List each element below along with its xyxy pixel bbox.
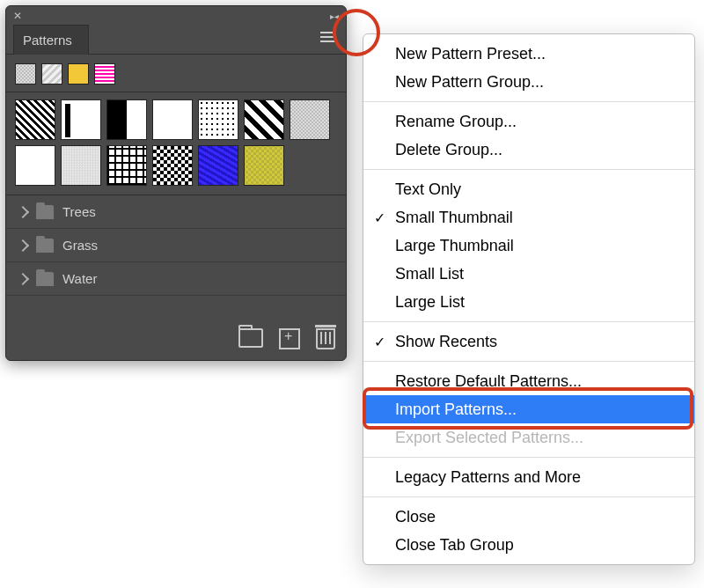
menu-separator (363, 457, 694, 458)
menu-item-label: Rename Group... (395, 113, 517, 130)
folder-label: Grass (62, 238, 98, 253)
check-icon: ✓ (374, 207, 385, 230)
folder-label: Water (62, 271, 97, 286)
menu-item[interactable]: Close Tab Group (363, 531, 694, 559)
pattern-swatch[interactable] (15, 145, 55, 186)
pattern-swatch[interactable] (198, 145, 238, 186)
menu-item: Export Selected Patterns... (363, 423, 694, 452)
menu-item-label: Legacy Patterns and More (395, 468, 581, 486)
menu-item-label: New Pattern Preset... (395, 45, 546, 62)
menu-item-label: Close (395, 508, 436, 526)
menu-separator (363, 496, 694, 497)
pattern-swatch[interactable] (106, 145, 147, 186)
menu-item[interactable]: New Pattern Preset... (363, 40, 694, 68)
menu-item-label: Delete Group... (395, 141, 502, 158)
delete-icon[interactable] (316, 328, 335, 349)
close-icon[interactable]: ✕ (13, 10, 22, 22)
menu-item[interactable]: Large Thumbnail (363, 232, 694, 260)
recent-swatch[interactable] (41, 63, 62, 85)
new-pattern-icon[interactable] (279, 328, 300, 349)
menu-item-label: Text Only (395, 180, 461, 198)
pattern-swatch[interactable] (290, 99, 330, 140)
pattern-swatch[interactable] (15, 99, 55, 140)
menu-item[interactable]: Import Patterns... (363, 395, 694, 423)
pattern-swatch[interactable] (152, 145, 193, 186)
menu-item[interactable]: Rename Group... (363, 107, 694, 136)
folder-item-water[interactable]: Water (6, 262, 346, 296)
pattern-swatch[interactable] (61, 99, 101, 140)
menu-separator (363, 169, 694, 170)
recent-swatches (6, 55, 346, 92)
panel-footer (235, 323, 339, 355)
pattern-swatch[interactable] (244, 99, 284, 140)
menu-item-label: Large List (395, 293, 465, 311)
folder-item-grass[interactable]: Grass (6, 229, 346, 262)
menu-separator (363, 321, 694, 322)
recent-swatch[interactable] (68, 63, 89, 85)
pattern-swatch[interactable] (61, 145, 101, 186)
chevron-right-icon (17, 239, 29, 251)
panel-tab-row: Patterns (6, 22, 346, 55)
panel-menu-button[interactable] (316, 27, 341, 47)
menu-item[interactable]: Restore Default Patterns... (363, 367, 694, 395)
menu-item-label: Large Thumbnail (395, 237, 514, 254)
recent-swatch[interactable] (15, 63, 36, 85)
menu-item[interactable]: Text Only (363, 175, 694, 203)
folder-icon (36, 205, 54, 219)
menu-item[interactable]: Delete Group... (363, 136, 694, 164)
tab-patterns[interactable]: Patterns (13, 25, 89, 55)
new-group-icon[interactable] (238, 328, 263, 348)
check-icon: ✓ (374, 331, 385, 354)
folder-label: Trees (62, 204, 96, 219)
menu-item[interactable]: New Pattern Group... (363, 68, 694, 96)
tab-label: Patterns (23, 33, 72, 48)
hamburger-icon (320, 36, 336, 38)
menu-separator (363, 101, 694, 102)
menu-item[interactable]: Legacy Patterns and More (363, 463, 694, 491)
menu-item-label: Restore Default Patterns... (395, 372, 582, 390)
menu-item[interactable]: Large List (363, 288, 694, 316)
pattern-swatch[interactable] (152, 99, 193, 140)
menu-separator (363, 361, 694, 362)
pattern-swatch[interactable] (198, 99, 238, 140)
panel-header: ✕ ▸◂ (6, 6, 346, 22)
folder-icon (36, 239, 54, 253)
chevron-right-icon (17, 205, 29, 217)
menu-item-label: Show Recents (395, 333, 497, 350)
menu-item-label: Small List (395, 265, 464, 283)
menu-item-label: Close Tab Group (395, 536, 514, 554)
menu-item[interactable]: ✓Small Thumbnail (363, 203, 694, 232)
folder-item-trees[interactable]: Trees (6, 195, 346, 229)
menu-item-label: Export Selected Patterns... (395, 429, 583, 446)
pattern-swatch[interactable] (106, 99, 147, 140)
pattern-swatch[interactable] (244, 145, 284, 186)
panel-flyout-menu: New Pattern Preset...New Pattern Group..… (363, 33, 695, 565)
menu-item[interactable]: Small List (363, 260, 694, 288)
chevron-right-icon (17, 272, 29, 284)
pattern-grid (6, 92, 346, 195)
menu-item[interactable]: ✓Show Recents (363, 327, 694, 356)
menu-item-label: Import Patterns... (395, 401, 517, 418)
menu-item-label: Small Thumbnail (395, 209, 513, 226)
folder-icon (36, 272, 54, 286)
collapse-icon[interactable]: ▸◂ (330, 11, 339, 21)
menu-item-label: New Pattern Group... (395, 73, 544, 91)
patterns-panel: ✕ ▸◂ Patterns Trees (5, 5, 347, 361)
menu-item[interactable]: Close (363, 503, 694, 531)
recent-swatch[interactable] (94, 63, 115, 85)
